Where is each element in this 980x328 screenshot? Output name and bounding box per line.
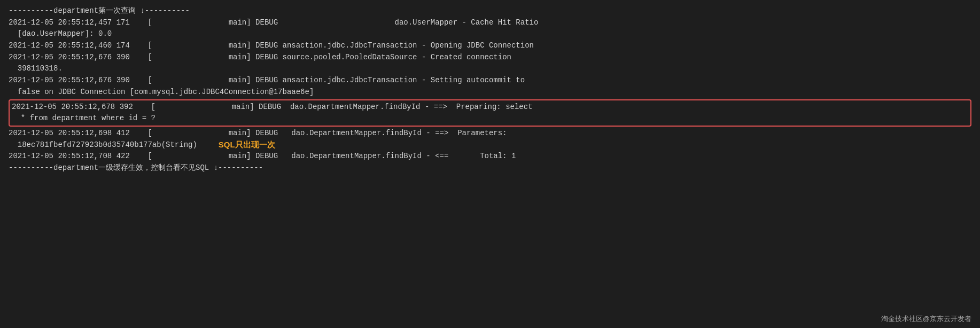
watermark: 淘金技术社区@京东云开发者 — [881, 314, 971, 324]
log-line-1: 2021-12-05 20:55:12,457 171 [ main] DEBU… — [9, 17, 971, 29]
log-line-6: 2021-12-05 20:55:12,708 422 [ main] DEBU… — [9, 151, 971, 162]
separator-bottom: ----------department一级缓存生效，控制台看不见SQL ↓--… — [9, 162, 971, 174]
sql-annotation: SQL只出现一次 — [219, 140, 275, 150]
log-line-3: 2021-12-05 20:55:12,676 390 [ main] DEBU… — [9, 52, 971, 64]
highlighted-line-1: 2021-12-05 20:55:12,678 392 [ main] DEBU… — [12, 101, 968, 113]
highlighted-line-2: * from department where id = ? — [12, 113, 968, 124]
log-container: ----------department第一次查询 ↓---------- 20… — [9, 5, 971, 174]
log-line-4: 2021-12-05 20:55:12,676 390 [ main] DEBU… — [9, 75, 971, 87]
log-line-2: 2021-12-05 20:55:12,460 174 [ main] DEBU… — [9, 40, 971, 52]
log-line-5b: 18ec781fbefd727923b0d35740b177ab(String) — [9, 139, 197, 151]
log-line-3b: 398110318. — [9, 63, 971, 75]
log-line-4b: false on JDBC Connection [com.mysql.jdbc… — [9, 87, 971, 98]
log-line-5: 2021-12-05 20:55:12,698 412 [ main] DEBU… — [9, 128, 971, 139]
highlighted-sql-box: 2021-12-05 20:55:12,678 392 [ main] DEBU… — [9, 99, 971, 127]
log-line-1b: [dao.UserMapper]: 0.0 — [9, 28, 971, 40]
separator-top: ----------department第一次查询 ↓---------- — [9, 5, 971, 17]
